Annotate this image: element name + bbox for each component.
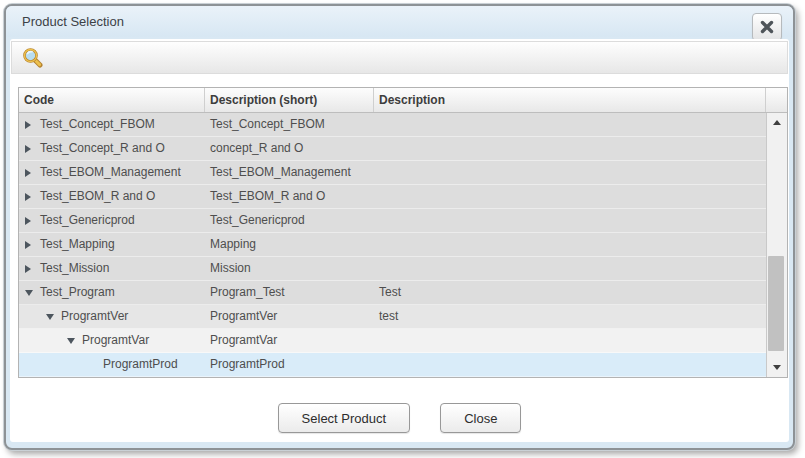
search-button[interactable] [20, 46, 44, 70]
tree-row[interactable]: ProgramtProd ProgramtProd [19, 353, 766, 377]
tree-toggle[interactable] [24, 290, 40, 296]
cell-description [374, 185, 766, 208]
cell-code: ProgramtVar [19, 329, 205, 352]
expand-arrow-icon [25, 169, 31, 177]
tree-row[interactable]: ProgramtVer ProgramtVer test [19, 305, 766, 329]
close-dialog-button[interactable]: Close [440, 403, 521, 433]
dialog-titlebar[interactable]: Product Selection [6, 6, 793, 37]
collapse-arrow-icon [25, 290, 33, 296]
collapse-arrow-icon [67, 338, 75, 344]
close-icon [760, 20, 774, 34]
cell-code: ProgramtProd [19, 353, 205, 376]
column-header-spacer [766, 88, 787, 112]
cell-description-short: concept_R and O [205, 137, 374, 160]
tree-row[interactable]: Test_EBOM_R and O Test_EBOM_R and O [19, 185, 766, 209]
cell-description-short: Test_EBOM_Management [205, 161, 374, 184]
scroll-down-arrow-icon [773, 365, 781, 370]
code-label: Test_Program [40, 281, 115, 304]
column-header-code[interactable]: Code [19, 88, 205, 112]
cell-description-short: ProgramtVar [205, 329, 374, 352]
footer: Select Product Close [10, 403, 789, 433]
scrollbar-track[interactable] [767, 132, 787, 358]
vertical-scrollbar[interactable] [766, 113, 787, 377]
cell-description-short: ProgramtVer [205, 305, 374, 328]
product-selection-dialog: Product Selection [4, 4, 795, 450]
cell-code: ProgramtVer [19, 305, 205, 328]
cell-code: Test_Concept_R and O [19, 137, 205, 160]
cell-code: Test_Program [19, 281, 205, 304]
expand-arrow-icon [25, 145, 31, 153]
tree-toggle[interactable] [24, 121, 40, 129]
tree-row[interactable]: Test_Mission Mission [19, 257, 766, 281]
cell-description-short: Program_Test [205, 281, 374, 304]
code-label: Test_Concept_R and O [40, 137, 165, 160]
column-header-description[interactable]: Description [374, 88, 766, 112]
grid-body: Test_Concept_FBOM Test_Concept_FBOM Test… [19, 113, 787, 377]
grid-header: Code Description (short) Description [19, 88, 787, 113]
cell-code: Test_EBOM_R and O [19, 185, 205, 208]
cell-description [374, 233, 766, 256]
expand-arrow-icon [25, 121, 31, 129]
cell-description-short: Test_Concept_FBOM [205, 113, 374, 136]
cell-description: Test [374, 281, 766, 304]
expand-arrow-icon [25, 193, 31, 201]
cell-description-short: Mission [205, 257, 374, 280]
cell-description [374, 209, 766, 232]
tree-rows: Test_Concept_FBOM Test_Concept_FBOM Test… [19, 113, 766, 377]
tree-row[interactable]: Test_Genericprod Test_Genericprod [19, 209, 766, 233]
cell-description [374, 353, 766, 376]
scroll-up-button[interactable] [767, 113, 787, 132]
scrollbar-thumb[interactable] [768, 256, 784, 351]
code-label: Test_EBOM_Management [40, 161, 181, 184]
cell-code: Test_Mission [19, 257, 205, 280]
scroll-down-button[interactable] [767, 358, 787, 377]
tree-toggle[interactable] [24, 193, 40, 201]
expand-arrow-icon [25, 217, 31, 225]
cell-description-short: Test_EBOM_R and O [205, 185, 374, 208]
code-label: ProgramtProd [103, 353, 178, 376]
tree-toggle[interactable] [45, 314, 61, 320]
select-product-button[interactable]: Select Product [278, 403, 411, 433]
cell-description-short: Mapping [205, 233, 374, 256]
collapse-arrow-icon [46, 314, 54, 320]
cell-description [374, 113, 766, 136]
code-label: ProgramtVer [61, 305, 128, 328]
search-icon [22, 47, 43, 68]
cell-description [374, 161, 766, 184]
tree-row[interactable]: Test_Mapping Mapping [19, 233, 766, 257]
tree-row[interactable]: Test_Concept_FBOM Test_Concept_FBOM [19, 113, 766, 137]
toolbar [11, 41, 788, 74]
expand-arrow-icon [25, 265, 31, 273]
tree-toggle[interactable] [24, 145, 40, 153]
product-grid: Code Description (short) Description Tes… [18, 87, 788, 378]
tree-toggle[interactable] [24, 169, 40, 177]
tree-row[interactable]: Test_Program Program_Test Test [19, 281, 766, 305]
tree-toggle[interactable] [24, 265, 40, 273]
cell-description-short: ProgramtProd [205, 353, 374, 376]
tree-row[interactable]: Test_Concept_R and O concept_R and O [19, 137, 766, 161]
tree-row[interactable]: Test_EBOM_Management Test_EBOM_Managemen… [19, 161, 766, 185]
tree-toggle[interactable] [24, 217, 40, 225]
code-label: Test_Mapping [40, 233, 115, 256]
scroll-up-arrow-icon [773, 120, 781, 125]
cell-code: Test_Mapping [19, 233, 205, 256]
code-label: Test_Genericprod [40, 209, 135, 232]
dialog-title: Product Selection [22, 14, 124, 29]
cell-description-short: Test_Genericprod [205, 209, 374, 232]
tree-toggle[interactable] [24, 241, 40, 249]
tree-row[interactable]: ProgramtVar ProgramtVar [19, 329, 766, 353]
code-label: Test_Mission [40, 257, 109, 280]
code-label: ProgramtVar [82, 329, 149, 352]
tree-toggle[interactable] [66, 338, 82, 344]
dialog-body: Code Description (short) Description Tes… [10, 39, 789, 442]
cell-code: Test_EBOM_Management [19, 161, 205, 184]
code-label: Test_Concept_FBOM [40, 113, 155, 136]
cell-code: Test_Genericprod [19, 209, 205, 232]
cell-code: Test_Concept_FBOM [19, 113, 205, 136]
close-button[interactable] [752, 13, 782, 41]
cell-description [374, 257, 766, 280]
code-label: Test_EBOM_R and O [40, 185, 155, 208]
cell-description [374, 137, 766, 160]
column-header-description-short[interactable]: Description (short) [205, 88, 374, 112]
expand-arrow-icon [25, 241, 31, 249]
